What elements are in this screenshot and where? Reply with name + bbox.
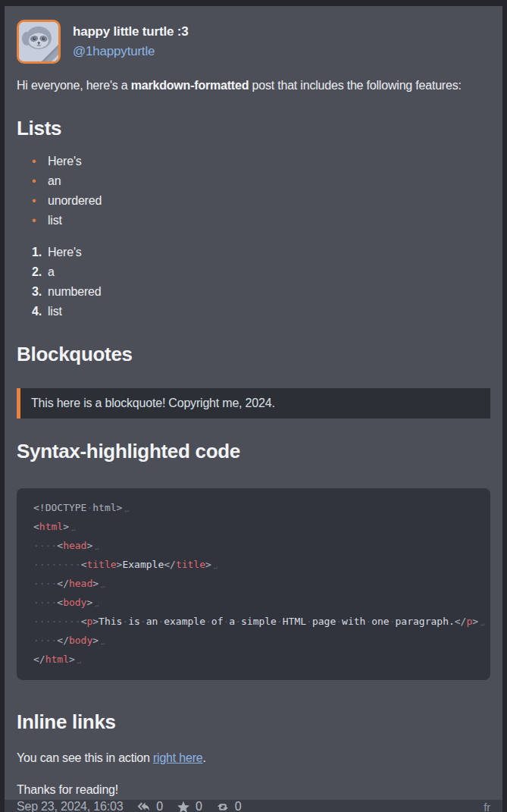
code-line: ········<p>This·is·an·example·of·a·simpl… bbox=[33, 613, 474, 632]
code-token: > bbox=[92, 616, 99, 627]
intro-paragraph: Hi everyone, here's a markdown-formatted… bbox=[17, 76, 490, 96]
list-item-text: list bbox=[48, 305, 62, 318]
list-item-text: Here's bbox=[48, 155, 82, 168]
code-token: > bbox=[86, 540, 92, 551]
list-item-text: list bbox=[48, 214, 62, 227]
code-token: > bbox=[69, 654, 75, 665]
newline-marker-icon: ↵ bbox=[101, 582, 105, 590]
code-token: </ bbox=[164, 559, 176, 570]
code-token: > bbox=[63, 521, 69, 532]
link-paragraph: You can see this in action right here. bbox=[17, 748, 490, 768]
boost-count: 0 bbox=[235, 800, 242, 812]
whitespace-marker: ···· bbox=[33, 540, 57, 551]
boost-button[interactable]: 0 bbox=[216, 800, 242, 812]
list-item: •list bbox=[17, 211, 490, 230]
list-item-text: a bbox=[48, 265, 55, 278]
list-item: 4.list bbox=[17, 302, 490, 321]
whitespace-marker: ········ bbox=[33, 559, 81, 570]
code-token: one bbox=[371, 616, 389, 627]
intro-text-bold: markdown-formatted bbox=[131, 79, 249, 92]
list-item-number: 1. bbox=[32, 243, 42, 262]
code-line: </html>↵ bbox=[33, 651, 474, 669]
code-token: paragraph. bbox=[396, 616, 455, 627]
reply-button[interactable]: 0 bbox=[136, 800, 163, 812]
newline-marker-icon: ↵ bbox=[95, 544, 99, 552]
link-text-post: . bbox=[203, 751, 206, 764]
list-item-text: an bbox=[48, 174, 61, 187]
intro-text-pre: Hi everyone, here's a bbox=[17, 79, 131, 92]
newline-marker-icon: ↵ bbox=[77, 658, 81, 666]
list-item-text: numbered bbox=[48, 285, 101, 298]
code-line: ····<body>↵ bbox=[33, 594, 474, 613]
code-token: simple bbox=[241, 616, 277, 627]
post-card: happy little turtle :3 @1happyturtle Hi … bbox=[5, 6, 502, 806]
newline-marker-icon: ↵ bbox=[101, 639, 105, 647]
newline-marker-icon: ↵ bbox=[95, 601, 99, 609]
code-token: page bbox=[312, 616, 336, 627]
whitespace-marker: · bbox=[235, 616, 241, 627]
whitespace-marker: · bbox=[306, 616, 312, 627]
blockquote: This here is a blockquote! Copyright me,… bbox=[17, 388, 490, 419]
code-token: > bbox=[205, 559, 211, 570]
heading-inline-links: Inline links bbox=[17, 710, 490, 733]
list-item-text: Here's bbox=[48, 246, 82, 259]
link-text-pre: You can see this in action bbox=[17, 751, 153, 764]
list-item-number: 2. bbox=[32, 262, 42, 282]
code-token: a bbox=[229, 616, 235, 627]
heading-lists: Lists bbox=[17, 117, 490, 140]
code-token: title bbox=[176, 559, 205, 570]
code-token: body bbox=[63, 597, 86, 608]
unordered-list: •Here's•an•unordered•list bbox=[17, 152, 490, 230]
avatar[interactable] bbox=[17, 20, 61, 64]
list-item-number: 3. bbox=[32, 282, 42, 302]
whitespace-marker: · bbox=[140, 616, 146, 627]
author-handle[interactable]: @1happyturtle bbox=[73, 44, 188, 59]
code-token: html> bbox=[92, 502, 122, 513]
code-token: an bbox=[146, 616, 158, 627]
boost-icon bbox=[216, 801, 230, 812]
list-item: 1.Here's bbox=[17, 243, 490, 262]
favourite-button[interactable]: 0 bbox=[177, 800, 202, 812]
code-token: > bbox=[92, 635, 99, 646]
inline-link[interactable]: right here bbox=[153, 751, 203, 764]
timestamp: Sep 23, 2024, 16:03 bbox=[17, 800, 123, 812]
language-tag: fr bbox=[484, 801, 490, 812]
ordered-list: 1.Here's2.a3.numbered4.list bbox=[17, 243, 490, 321]
code-token: HTML bbox=[283, 616, 306, 627]
newline-marker-icon: ↵ bbox=[480, 620, 484, 628]
post-content: happy little turtle :3 @1happyturtle Hi … bbox=[5, 6, 502, 800]
code-line: ········<title>Example</title>↵ bbox=[33, 556, 474, 575]
newline-marker-icon: ↵ bbox=[124, 506, 128, 514]
whitespace-marker: · bbox=[277, 616, 283, 627]
intro-text-post: post that includes the following feature… bbox=[249, 79, 461, 92]
heading-blockquotes: Blockquotes bbox=[17, 343, 490, 365]
whitespace-marker: ···· bbox=[33, 635, 57, 646]
outro-paragraph: Thanks for reading! bbox=[17, 780, 490, 800]
bullet-icon: • bbox=[32, 171, 36, 191]
author-display-name: happy little turtle :3 bbox=[73, 24, 188, 39]
list-item: •unordered bbox=[17, 191, 490, 211]
code-line: ····</head>↵ bbox=[33, 575, 474, 594]
newline-marker-icon: ↵ bbox=[71, 525, 75, 533]
code-token: html bbox=[39, 521, 63, 532]
favourite-count: 0 bbox=[196, 800, 202, 812]
code-token: head bbox=[63, 540, 86, 551]
code-token: > bbox=[86, 597, 92, 608]
heading-code: Syntax-highlighted code bbox=[17, 440, 490, 462]
bullet-icon: • bbox=[32, 152, 36, 171]
whitespace-marker: ···· bbox=[33, 597, 57, 608]
post-header: happy little turtle :3 @1happyturtle bbox=[17, 20, 490, 64]
bullet-icon: • bbox=[32, 191, 36, 211]
reply-icon bbox=[136, 801, 151, 812]
bullet-icon: • bbox=[32, 211, 36, 230]
code-token: < bbox=[57, 540, 63, 551]
code-token: <!DOCTYPE bbox=[33, 502, 86, 513]
whitespace-marker: · bbox=[336, 616, 342, 627]
code-line: ····<head>↵ bbox=[33, 537, 474, 556]
code-token: title bbox=[86, 559, 116, 570]
code-token: of bbox=[211, 616, 224, 627]
whitespace-marker: · bbox=[205, 616, 211, 627]
code-token: </ bbox=[455, 616, 467, 627]
code-token: Example bbox=[122, 559, 164, 570]
author-names: happy little turtle :3 @1happyturtle bbox=[73, 24, 188, 59]
